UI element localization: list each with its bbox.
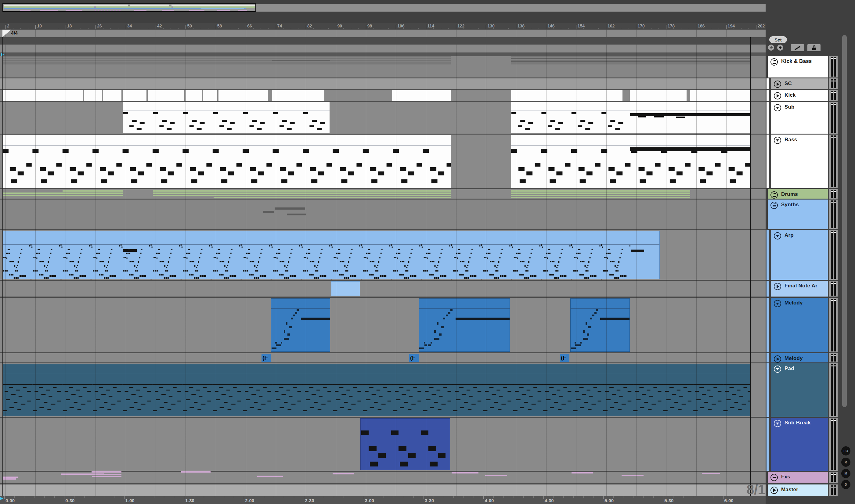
vertical-scrollbar[interactable] (842, 35, 847, 407)
track-header-final-note-ar[interactable]: Final Note Ar (771, 281, 828, 296)
group-track-icon[interactable] (770, 473, 778, 482)
melody-clip[interactable] (418, 299, 510, 352)
track-header-synths[interactable]: Synths (768, 199, 828, 229)
fx-clip[interactable] (92, 476, 122, 477)
unfold-track-icon[interactable] (773, 419, 782, 428)
unfold-track-icon[interactable] (773, 137, 782, 144)
mixer-section-button-m[interactable]: M (841, 469, 851, 478)
bass-clip[interactable] (2, 135, 451, 188)
subbreak-clip[interactable] (360, 418, 450, 470)
finalnote-lane[interactable] (0, 281, 766, 296)
locator-row[interactable] (0, 53, 766, 56)
sub-hold-clip[interactable] (630, 102, 751, 133)
time-minor-tick (433, 497, 434, 498)
fx-clip[interactable] (451, 472, 479, 473)
kick-clip[interactable] (185, 90, 202, 101)
track-header-sub[interactable]: Sub (771, 102, 828, 133)
fx-clip[interactable] (2, 476, 18, 478)
mixer-section-button-io[interactable]: I·O (841, 446, 851, 455)
unfold-track-icon[interactable] (773, 300, 782, 307)
arp-clip[interactable] (2, 231, 660, 279)
arrangement-area[interactable]: (F(F(F (0, 0, 766, 504)
prev-marker-button[interactable] (768, 44, 774, 51)
track-header-bass[interactable]: Bass (771, 134, 828, 188)
fx-clip[interactable] (571, 472, 593, 473)
track-header-kick-bass[interactable]: Kick & Bass (768, 56, 828, 77)
start-marker-icon[interactable] (2, 30, 11, 37)
group-track-icon[interactable] (770, 201, 778, 209)
time-minor-tick (503, 497, 504, 498)
kick-clip[interactable] (272, 90, 324, 101)
kick-clip[interactable] (511, 90, 623, 101)
clip-note (578, 344, 581, 346)
fold-track-icon[interactable] (773, 80, 782, 88)
kick-clip[interactable] (103, 90, 122, 101)
mixer-section-button-r[interactable]: R (841, 457, 851, 467)
unfold-track-icon[interactable] (773, 232, 782, 240)
track-header-pad[interactable]: Pad (771, 363, 828, 417)
track-header-sc[interactable]: SC (771, 78, 828, 89)
fx-clip[interactable] (181, 471, 211, 472)
kick-clip[interactable] (148, 90, 184, 101)
melody-fill-clip[interactable]: (F (560, 354, 569, 362)
pad-clip[interactable] (2, 364, 751, 416)
finalnote-clip[interactable] (331, 281, 360, 296)
fx-clip[interactable] (91, 471, 122, 472)
fx-clip[interactable] (702, 473, 720, 474)
track-header-master[interactable]: Master (768, 485, 828, 496)
time-ruler[interactable]: 0:000:301:001:302:002:303:003:304:004:30… (0, 496, 766, 504)
kick-clip[interactable] (630, 90, 687, 101)
clip-note-sustain (456, 318, 510, 320)
track-header-fxs[interactable]: Fxs (768, 472, 828, 483)
scrub-row[interactable] (0, 44, 766, 53)
fold-track-icon[interactable] (773, 355, 782, 363)
kick-clip[interactable] (123, 90, 146, 101)
fold-track-icon[interactable] (773, 92, 782, 100)
next-marker-button[interactable] (777, 44, 783, 51)
melody1-lane[interactable] (0, 298, 766, 353)
mixer-section-button-d[interactable]: D (841, 480, 851, 489)
fx-clip[interactable] (622, 475, 643, 476)
track-header-kick[interactable]: Kick (771, 90, 828, 101)
melody-clip[interactable] (271, 299, 330, 352)
fx-clip[interactable] (91, 474, 122, 475)
unfold-track-icon[interactable] (773, 365, 782, 373)
fx-clip[interactable] (333, 473, 354, 474)
fold-track-icon[interactable] (770, 486, 778, 494)
master-lane[interactable] (0, 485, 766, 496)
sc-lane[interactable] (0, 78, 766, 89)
kick-clip[interactable] (203, 90, 217, 101)
kick-clip[interactable] (218, 90, 268, 101)
fxs-lane[interactable] (0, 472, 766, 483)
set-button[interactable]: Set (769, 36, 787, 43)
fold-track-icon[interactable] (773, 283, 782, 290)
melody-fill-clip[interactable]: (F (409, 354, 418, 362)
kick-clip[interactable] (84, 90, 102, 101)
sub-clip[interactable] (123, 102, 329, 133)
arrangement-end-marker[interactable] (750, 37, 751, 496)
group-track-icon[interactable] (770, 191, 778, 199)
track-header-drums[interactable]: Drums (768, 189, 828, 199)
melody-fill-clip[interactable]: (F (262, 354, 271, 362)
fx-clip[interactable] (257, 475, 283, 477)
clip-note (434, 330, 436, 333)
kick-clip[interactable] (2, 90, 83, 101)
playhead[interactable] (2, 37, 3, 496)
sub-clip[interactable] (511, 102, 630, 133)
group-track-icon[interactable] (770, 58, 778, 66)
draw-mode-button[interactable] (791, 44, 804, 51)
kick-clip[interactable] (392, 90, 451, 101)
kick-clip[interactable] (690, 90, 751, 101)
melody-clip[interactable] (570, 299, 630, 352)
track-header-melody[interactable]: Melody (771, 353, 828, 362)
synths-lane[interactable] (0, 199, 766, 229)
track-header-arp[interactable]: Arp (771, 230, 828, 280)
fx-clip[interactable] (485, 475, 507, 476)
bass-clip[interactable] (511, 135, 751, 188)
unfold-track-icon[interactable] (773, 104, 782, 112)
melody2-lane[interactable] (0, 353, 766, 362)
track-header-melody[interactable]: Melody (771, 298, 828, 353)
track-header-sub-break[interactable]: Sub Break (771, 418, 828, 471)
fx-clip[interactable] (2, 479, 16, 480)
lock-envelopes-button[interactable] (807, 44, 820, 51)
